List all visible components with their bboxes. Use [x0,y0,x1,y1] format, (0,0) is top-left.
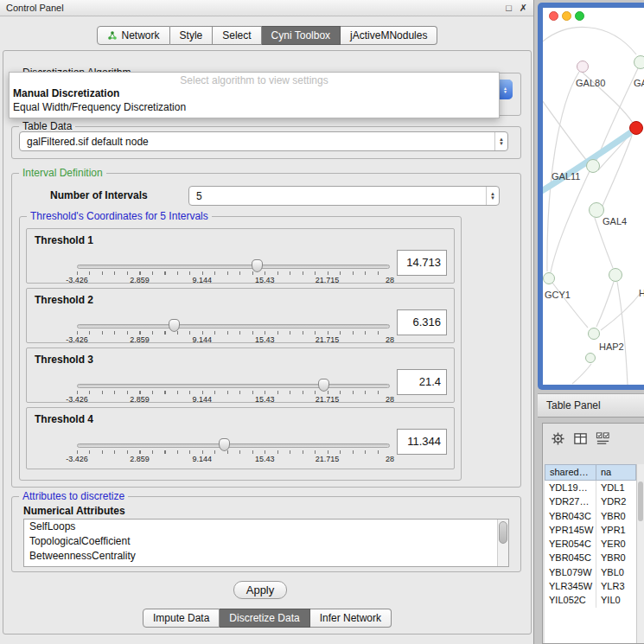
close-icon[interactable]: ✗ [520,3,527,14]
threshold-panel-4: Threshold 4-3.4262.8599.14415.4321.71528… [26,407,455,469]
network-node-label: GA [634,78,644,88]
num-intervals-combo[interactable]: 5 ▲▼ [188,186,500,206]
tab-jactivemnodules[interactable]: jActiveMNodules [341,26,437,45]
table-cell: YDR2 [596,494,636,508]
table-scrollbar[interactable] [636,464,644,643]
tab-label: Cyni Toolbox [271,29,330,41]
attributes-group-title: Attributes to discretize [19,490,128,502]
table-row[interactable]: YBL079WYBL0 [545,565,636,579]
float-window-icon[interactable]: □ [506,3,512,13]
network-node[interactable] [543,272,555,284]
algorithm-option-equal-width-frequency-discretization[interactable]: Equal Width/Frequency Discretization [10,100,499,114]
popup-hint-text: Select algorithm to view settings [10,73,499,86]
threshold-value-field[interactable]: 21.4 [397,369,447,395]
table-row[interactable]: YER054CYER0 [545,537,636,551]
threshold-slider[interactable]: -3.4262.8599.14415.4321.71528 [77,378,390,404]
select-columns-checkboxes-icon[interactable] [596,431,610,446]
threshold-slider[interactable]: -3.4262.8599.14415.4321.71528 [77,437,390,463]
list-item[interactable]: TopologicalCoefficient [24,534,508,549]
column-header[interactable]: shared… [545,464,596,481]
table-row[interactable]: YIL052CYIL0 [545,593,636,607]
threshold-slider[interactable]: -3.4262.8599.14415.4321.71528 [77,258,390,284]
table-scrollbar-thumb[interactable] [638,481,643,521]
num-intervals-value: 5 [196,190,202,202]
tick-label: 2.859 [130,276,150,284]
stepper-icon: ▲▼ [494,132,507,150]
table-body[interactable]: YDL19…YDL1YDR27…YDR2YBR043CYBR0YPR145WYP… [545,481,636,643]
tick-label: 21.715 [316,395,340,404]
threshold-panel-2: Threshold 2-3.4262.8599.14415.4321.71528… [26,288,455,343]
slider-thumb[interactable] [219,438,230,451]
scrollbar-thumb[interactable] [499,521,507,544]
table-cell: YIL052C [545,593,596,607]
column-header[interactable]: na [596,464,636,481]
threshold-label: Threshold 4 [35,413,93,425]
table-columns-icon[interactable] [573,431,588,446]
table-row[interactable]: YBR043CYBR0 [545,509,636,523]
table-data-combo[interactable]: galFiltered.sif default node ▲▼ [19,131,508,151]
tab-network[interactable]: Network [97,26,170,45]
threshold-value-field[interactable]: 6.316 [397,309,447,335]
tick-label: 9.144 [193,395,213,404]
list-item[interactable]: SelfLoops [24,520,508,534]
zoom-traffic-light-icon[interactable] [575,11,584,21]
list-scrollbar[interactable] [497,520,508,566]
gear-icon[interactable] [551,431,565,446]
threshold-value-field[interactable]: 14.713 [397,250,447,276]
titlebar[interactable]: Control Panel □ ✗ [0,0,533,16]
slider-thumb[interactable] [169,319,180,332]
threshold-value-field[interactable]: 11.344 [397,429,447,455]
table-toolbar [543,424,644,453]
tab-label: Infer Network [320,612,381,624]
interval-definition-group-title: Interval Definition [19,167,106,179]
table-cell: YLR345W [545,579,596,593]
network-canvas[interactable]: GAL80GAGAL11GAL4GCY1HHAP2 [543,8,644,385]
table-browser-window: shared…na YDL19…YDL1YDR27…YDR2YBR043CYBR… [542,423,644,644]
network-node[interactable] [586,159,600,173]
table-panel-header[interactable]: Table Panel [538,393,644,418]
table-row[interactable]: YLR345WYLR3 [545,579,636,593]
tab-label: Network [122,29,160,41]
table-cell: YBR045C [545,551,596,564]
tab-style[interactable]: Style [170,26,214,45]
tab-impute-data[interactable]: Impute Data [143,609,220,628]
tick-label: -3.426 [66,335,88,344]
network-icon [107,30,118,41]
apply-button[interactable]: Apply [233,581,287,599]
tab-cyni-toolbox[interactable]: Cyni Toolbox [262,26,341,45]
network-node[interactable] [588,328,600,340]
network-node[interactable] [609,268,622,282]
tick-label: 28 [386,395,394,404]
slider-thumb[interactable] [252,259,263,272]
list-item[interactable]: BetweennessCentrality [24,549,508,564]
tab-label: Style [180,29,203,41]
threshold-slider[interactable]: -3.4262.8599.14415.4321.71528 [77,318,390,344]
table-row[interactable]: YPR145WYPR1 [545,523,636,537]
table-cell: YBR0 [596,509,636,523]
tick-label: 2.859 [130,335,150,344]
slider-track [77,324,390,328]
minimize-traffic-light-icon[interactable] [562,11,571,21]
close-traffic-light-icon[interactable] [549,11,558,21]
algorithm-option-manual-discretization[interactable]: Manual Discretization [10,86,499,100]
network-node[interactable] [634,55,644,69]
tick-label: 15.43 [255,335,275,344]
slider-thumb[interactable] [318,379,329,392]
slider-track [77,265,390,269]
tab-select[interactable]: Select [213,26,261,45]
tick-label: 9.144 [193,335,213,344]
network-node[interactable] [577,61,589,73]
threshold-label: Threshold 1 [35,234,93,246]
network-node[interactable] [585,353,596,363]
table-row[interactable]: YDL19…YDL1 [545,481,636,494]
tab-infer-network[interactable]: Infer Network [310,609,392,628]
table-row[interactable]: YDR27…YDR2 [545,494,636,508]
table-cell: YER0 [596,537,636,551]
attributes-list[interactable]: SelfLoopsTopologicalCoefficientBetweenne… [23,519,509,567]
network-view-window: GAL80GAGAL11GAL4GCY1HHAP2 [538,3,644,390]
network-node[interactable] [629,121,643,135]
table-row[interactable]: YBR045CYBR0 [545,551,636,564]
tab-discretize-data[interactable]: Discretize Data [220,609,309,628]
tab-label: jActiveMNodules [350,29,427,41]
network-node-label: HAP2 [599,341,624,352]
